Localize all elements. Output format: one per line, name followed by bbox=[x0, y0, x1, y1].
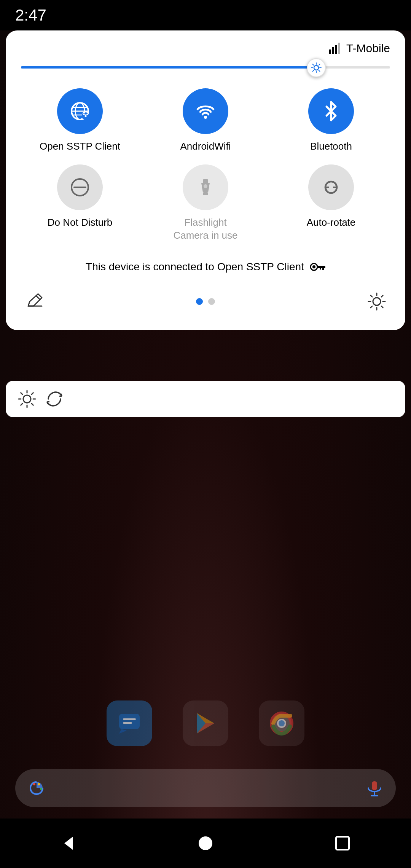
svg-point-50 bbox=[38, 783, 40, 785]
svg-point-27 bbox=[204, 184, 207, 188]
dock-messages[interactable] bbox=[107, 700, 152, 746]
svg-line-10 bbox=[319, 70, 320, 72]
page-dot-2 bbox=[208, 298, 215, 305]
vpn-notice-text: This device is connected to Open SSTP Cl… bbox=[86, 261, 304, 273]
svg-rect-30 bbox=[317, 266, 325, 268]
svg-marker-55 bbox=[64, 837, 73, 850]
play-store-icon bbox=[192, 710, 219, 737]
svg-marker-38 bbox=[119, 729, 127, 734]
tile-open-sstp-icon-bg bbox=[57, 88, 103, 134]
carrier-name: T-Mobile bbox=[346, 42, 390, 55]
key-icon bbox=[310, 262, 325, 272]
google-search-bar[interactable] bbox=[15, 769, 396, 807]
status-bar: 2:47 bbox=[0, 0, 411, 30]
status-time: 2:47 bbox=[15, 6, 46, 24]
svg-point-51 bbox=[40, 788, 42, 790]
autorotate-icon bbox=[320, 176, 342, 199]
chrome-icon bbox=[268, 710, 295, 737]
tile-dnd[interactable]: Do Not Disturb bbox=[21, 164, 139, 242]
svg-rect-31 bbox=[322, 268, 324, 270]
tile-autorotate-icon-bg bbox=[308, 164, 354, 210]
svg-rect-57 bbox=[336, 837, 349, 850]
svg-rect-26 bbox=[203, 192, 208, 195]
edit-button[interactable] bbox=[21, 288, 48, 315]
home-icon bbox=[196, 834, 215, 853]
svg-rect-37 bbox=[119, 714, 140, 729]
svg-point-4 bbox=[314, 65, 319, 70]
carrier-info: T-Mobile bbox=[329, 42, 390, 55]
tile-bluetooth-label: Bluetooth bbox=[310, 140, 352, 153]
tile-dnd-label: Do Not Disturb bbox=[48, 216, 113, 229]
recents-icon bbox=[333, 834, 352, 853]
svg-rect-24 bbox=[203, 179, 208, 183]
screen-rotate-icon bbox=[45, 389, 64, 409]
wifi-icon bbox=[194, 99, 217, 123]
vpn-notice: This device is connected to Open SSTP Cl… bbox=[21, 261, 390, 273]
dock-chrome[interactable] bbox=[259, 700, 304, 746]
qs-bottom-bar bbox=[21, 288, 390, 315]
qs-tiles: Open SSTP Client AndroidWifi Bluetoot bbox=[21, 88, 390, 242]
messages-icon bbox=[116, 710, 143, 737]
google-logo-icon bbox=[27, 778, 46, 798]
back-button[interactable] bbox=[53, 828, 84, 858]
system-shortcuts-bar bbox=[6, 381, 405, 417]
svg-point-49 bbox=[33, 783, 35, 785]
settings-shortcut[interactable] bbox=[17, 389, 37, 409]
svg-rect-1 bbox=[332, 47, 334, 54]
quick-settings-panel: T-Mobile bbox=[6, 30, 405, 330]
tile-autorotate[interactable]: Auto-rotate bbox=[272, 164, 390, 242]
qs-header: T-Mobile bbox=[21, 42, 390, 55]
brightness-track bbox=[21, 66, 390, 69]
svg-rect-32 bbox=[320, 268, 321, 270]
svg-point-56 bbox=[199, 836, 212, 850]
svg-point-35 bbox=[373, 298, 381, 305]
svg-point-21 bbox=[204, 116, 207, 119]
dock-area bbox=[0, 700, 411, 746]
tile-flashlight-label: Flashlight Camera in use bbox=[173, 216, 237, 242]
tile-bluetooth[interactable]: Bluetooth bbox=[272, 88, 390, 153]
page-dot-1 bbox=[196, 298, 203, 305]
dnd-icon bbox=[69, 176, 91, 198]
signal-icon bbox=[329, 43, 342, 54]
tile-open-sstp[interactable]: Open SSTP Client bbox=[21, 88, 139, 153]
tile-wifi-label: AndroidWifi bbox=[180, 140, 231, 153]
svg-line-12 bbox=[313, 70, 314, 72]
svg-rect-39 bbox=[123, 718, 136, 720]
svg-point-29 bbox=[312, 265, 315, 268]
gear-icon bbox=[367, 292, 387, 311]
bluetooth-icon bbox=[320, 100, 342, 123]
nav-bar bbox=[0, 819, 411, 868]
brightness-icon bbox=[311, 62, 322, 73]
svg-point-48 bbox=[279, 720, 285, 726]
home-button[interactable] bbox=[190, 828, 221, 858]
recents-button[interactable] bbox=[327, 828, 358, 858]
brightness-row[interactable] bbox=[21, 66, 390, 69]
pencil-icon bbox=[25, 292, 43, 311]
svg-rect-52 bbox=[372, 781, 377, 790]
brightness-thumb[interactable] bbox=[307, 58, 326, 77]
dock-play-store[interactable] bbox=[183, 700, 228, 746]
tile-dnd-icon-bg bbox=[57, 164, 103, 210]
svg-rect-40 bbox=[123, 722, 132, 724]
tile-wifi-icon-bg bbox=[183, 88, 228, 134]
back-icon bbox=[59, 834, 78, 853]
tile-wifi[interactable]: AndroidWifi bbox=[147, 88, 264, 153]
svg-rect-0 bbox=[329, 49, 331, 54]
settings-button[interactable] bbox=[363, 288, 390, 315]
vpn-icon bbox=[68, 100, 91, 123]
svg-point-36 bbox=[23, 395, 31, 403]
svg-rect-2 bbox=[335, 45, 337, 54]
brightness-slider[interactable] bbox=[21, 66, 390, 69]
page-indicators bbox=[196, 298, 215, 305]
tile-bluetooth-icon-bg bbox=[308, 88, 354, 134]
tile-open-sstp-label: Open SSTP Client bbox=[40, 140, 120, 153]
svg-rect-3 bbox=[338, 43, 340, 54]
brightness-fill bbox=[21, 66, 316, 69]
svg-line-11 bbox=[319, 64, 320, 65]
voice-search-icon[interactable] bbox=[365, 778, 384, 798]
tile-autorotate-label: Auto-rotate bbox=[307, 216, 356, 229]
screen-rotate-shortcut[interactable] bbox=[45, 389, 64, 409]
svg-point-20 bbox=[85, 115, 87, 117]
tile-flashlight[interactable]: Flashlight Camera in use bbox=[147, 164, 264, 242]
tile-flashlight-icon-bg bbox=[183, 164, 228, 210]
